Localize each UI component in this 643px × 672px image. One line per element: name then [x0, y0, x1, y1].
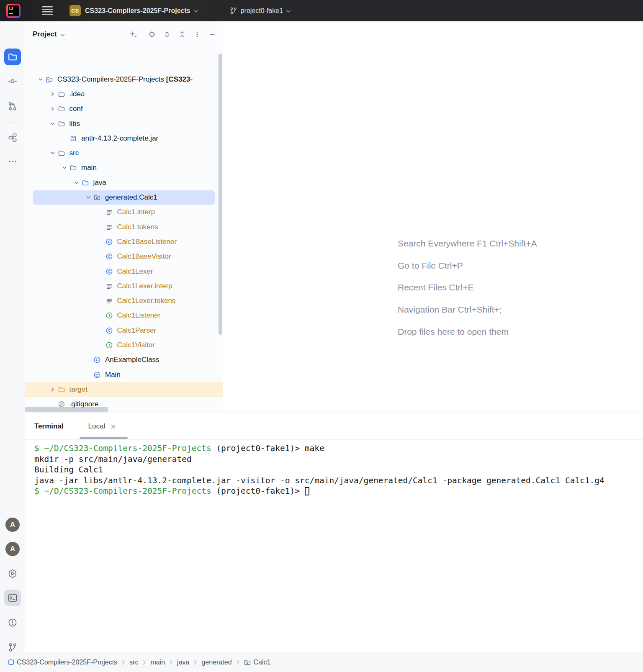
- chevron-right-icon: [193, 659, 197, 665]
- tree-item-label: src: [69, 149, 79, 157]
- chevron-down-icon[interactable]: [60, 33, 65, 37]
- git-branch-icon: [229, 7, 237, 15]
- tree-row-libs[interactable]: libs: [25, 116, 223, 131]
- tree-item-label: Calc1Lexer.tokens: [117, 297, 176, 305]
- tool-window-button-structure[interactable]: [4, 129, 21, 146]
- terminal-tab-bar: Terminal Local: [25, 413, 643, 440]
- class-run-icon: C: [94, 372, 103, 378]
- terminal-tab-label: Local: [88, 422, 105, 431]
- editor-hint: Go to File Ctrl+P: [398, 255, 537, 277]
- plus-new-icon[interactable]: [127, 28, 139, 41]
- chevron-down-icon[interactable]: [47, 121, 58, 127]
- toolbar-separator: [143, 30, 143, 38]
- package-icon: [244, 659, 251, 666]
- tree-row-calc1lexer.interp[interactable]: Calc1Lexer.interp: [25, 279, 223, 293]
- problems-icon: [8, 618, 18, 628]
- class-icon: C: [106, 239, 115, 245]
- tool-window-button-project[interactable]: [4, 49, 21, 65]
- tree-row-calc1lexer[interactable]: CCalc1Lexer: [25, 264, 223, 279]
- collapse-all-icon[interactable]: [176, 28, 188, 41]
- folder-project-icon: [46, 76, 55, 83]
- breadcrumb-item[interactable]: src: [129, 659, 138, 666]
- chevron-right-icon[interactable]: [47, 91, 58, 97]
- breadcrumb-item[interactable]: Calc1: [244, 659, 271, 666]
- tree-row-calc1parser[interactable]: CCalc1Parser: [25, 323, 223, 338]
- close-icon[interactable]: [110, 423, 116, 430]
- tool-window-button-antlr-tool[interactable]: A: [4, 541, 21, 557]
- svg-text:I: I: [108, 343, 110, 347]
- tool-window-button-more[interactable]: [4, 153, 21, 170]
- antlr-badge-icon: A: [5, 518, 20, 532]
- class-icon: C: [106, 268, 115, 275]
- tree-row-cs323-compilers-2025f-projects[interactable]: CS323-Compilers-2025F-Projects [CS323-: [25, 72, 223, 87]
- module-icon: [8, 659, 14, 665]
- expand-all-icon[interactable]: [161, 28, 173, 41]
- tree-row-target[interactable]: target: [25, 382, 223, 397]
- project-widget[interactable]: CS CS323-Compilers-2025F-Projects: [69, 5, 198, 16]
- tree-row-calc1lexer.tokens[interactable]: Calc1Lexer.tokens: [25, 293, 223, 308]
- tree-item-label: Calc1BaseListener: [117, 238, 177, 246]
- tree-row-java[interactable]: java: [25, 175, 223, 190]
- breadcrumb-item[interactable]: generated: [201, 659, 231, 666]
- tree-row-main[interactable]: main: [25, 161, 223, 175]
- commit-icon: [8, 76, 18, 86]
- jar-icon: [70, 135, 79, 142]
- tool-window-button-services[interactable]: [4, 565, 21, 582]
- tree-row-src[interactable]: src: [25, 146, 223, 160]
- tree-vertical-scrollbar[interactable]: [219, 54, 222, 335]
- chevron-right-icon[interactable]: [47, 105, 58, 112]
- tree-row-calc1baselistener[interactable]: CCalc1BaseListener: [25, 234, 223, 249]
- tool-window-button-antlr-preview[interactable]: A: [4, 516, 21, 533]
- chevron-spacer: [95, 253, 106, 260]
- terminal-line: Building Calc1: [34, 464, 643, 475]
- tree-horizontal-scrollbar[interactable]: [25, 407, 108, 412]
- chevron-down-icon[interactable]: [35, 76, 46, 83]
- tree-row-.idea[interactable]: .idea: [25, 87, 223, 101]
- breadcrumb-item[interactable]: main: [150, 659, 165, 666]
- class-icon: C: [94, 357, 103, 363]
- tree-row-conf[interactable]: conf: [25, 102, 223, 116]
- tree-row-antlr-4.13.2-complete.jar[interactable]: antlr-4.13.2-complete.jar: [25, 131, 223, 146]
- chevron-down-icon[interactable]: [83, 194, 94, 201]
- tree-item-label: Calc1BaseVisitor: [117, 252, 171, 261]
- breadcrumb-item[interactable]: CS323-Compilers-2025F-Projects: [8, 659, 117, 666]
- tree-row-calc1.interp[interactable]: Calc1.interp: [25, 205, 223, 220]
- locate-icon[interactable]: [146, 28, 158, 41]
- hide-icon[interactable]: [206, 28, 219, 41]
- terminal-icon: [8, 593, 18, 603]
- git-branch-widget[interactable]: project0-fake1: [229, 7, 291, 15]
- project-folder-icon: [8, 52, 17, 62]
- chevron-right-icon[interactable]: [47, 386, 58, 393]
- svg-text:C: C: [108, 269, 111, 274]
- breadcrumb-item[interactable]: java: [177, 659, 189, 666]
- tree-row-generated.calc1[interactable]: generated.Calc1: [25, 190, 223, 205]
- more-vertical-icon[interactable]: [191, 28, 203, 41]
- tree-row-main[interactable]: CMain: [25, 367, 223, 382]
- tree-row-anexampleclass[interactable]: CAnExampleClass: [25, 353, 223, 367]
- tool-window-button-pull-requests[interactable]: [4, 98, 21, 115]
- main-menu-hamburger-icon[interactable]: [42, 6, 53, 15]
- tree-row-calc1listener[interactable]: ICalc1Listener: [25, 308, 223, 323]
- terminal-output[interactable]: $ ~/D/CS323-Compilers-2025F-Projects (pr…: [25, 440, 643, 497]
- chevron-spacer: [95, 298, 106, 304]
- folder-excluded-icon: [58, 386, 67, 393]
- folder-source-icon: [82, 180, 91, 186]
- tree-item-label: Calc1Listener: [117, 311, 161, 320]
- chevron-spacer: [95, 283, 106, 290]
- tree-row-calc1visitor[interactable]: ICalc1Visitor: [25, 338, 223, 352]
- tree-row-calc1basevisitor[interactable]: CCalc1BaseVisitor: [25, 249, 223, 264]
- tree-row-calc1.tokens[interactable]: Calc1.tokens: [25, 220, 223, 234]
- chevron-spacer: [83, 357, 94, 363]
- chevron-down-icon[interactable]: [59, 164, 70, 171]
- tree-item-label: CS323-Compilers-2025F-Projects [CS323-: [57, 75, 193, 84]
- text-file-icon: [106, 209, 115, 215]
- terminal-tab-local[interactable]: Local: [88, 422, 117, 431]
- chevron-right-icon: [142, 659, 146, 665]
- tool-window-button-commit[interactable]: [4, 73, 21, 90]
- tool-window-button-problems[interactable]: [4, 614, 21, 631]
- tool-window-button-terminal[interactable]: [4, 590, 21, 606]
- tree-item-label: Calc1Parser: [117, 326, 157, 335]
- chevron-down-icon[interactable]: [47, 150, 58, 156]
- chevron-down-icon[interactable]: [71, 180, 82, 186]
- active-tab-indicator: [80, 437, 128, 439]
